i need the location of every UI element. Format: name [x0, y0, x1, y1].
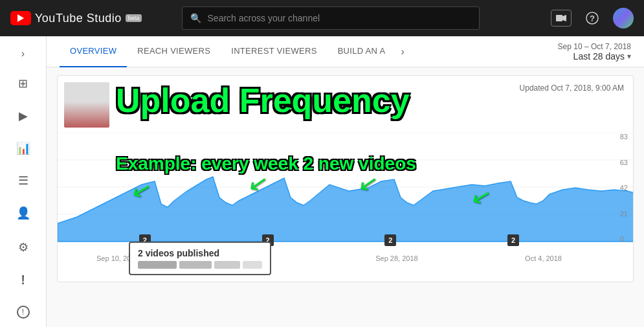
search-bar[interactable]: 🔍 [182, 6, 480, 30]
main-layout: › ⊞ ▶ 📊 ☰ 👤 ⚙ ! ! OVERVIEW [0, 36, 644, 327]
main-content: OVERVIEW REACH VIEWERS INTEREST VIEWERS … [47, 36, 644, 327]
tabs-row: OVERVIEW REACH VIEWERS INTEREST VIEWERS … [47, 36, 644, 67]
date-chevron-icon: ▾ [627, 52, 631, 61]
chart-overlay-title: Upload Frequency [116, 82, 410, 119]
tab-overview[interactable]: OVERVIEW [60, 36, 127, 67]
marker-3: 2 [384, 234, 396, 246]
subtitles-icon: 👤 [16, 206, 30, 220]
dashboard-icon: ⊞ [18, 76, 28, 91]
search-input[interactable] [208, 13, 471, 23]
tab-interest[interactable]: INTEREST VIEWERS [221, 36, 327, 67]
tooltip-bar-1 [138, 261, 177, 269]
tooltip-title: 2 videos published [138, 248, 262, 258]
y-axis: 0 21 42 63 83 [620, 133, 628, 243]
help-button[interactable]: ? [582, 8, 603, 28]
marker-4: 2 [507, 234, 519, 246]
sidebar-toggle[interactable]: › [5, 41, 41, 66]
feedback-icon: ! [21, 273, 25, 288]
user-avatar[interactable] [613, 8, 634, 28]
tooltip-bar-4 [243, 261, 262, 269]
tabs-chevron-right[interactable]: › [395, 36, 409, 67]
tab-reach[interactable]: REACH VIEWERS [127, 36, 221, 67]
search-icon: 🔍 [190, 13, 201, 23]
date-label: Last 28 days ▾ [573, 51, 631, 62]
svg-text:?: ? [590, 14, 595, 23]
beta-badge: beta [126, 14, 142, 22]
sidebar-item-subtitles[interactable]: 👤 [5, 198, 41, 228]
sidebar-item-analytics[interactable]: 📊 [5, 133, 41, 163]
tooltip: 2 videos published [129, 242, 271, 275]
video-thumbnail [64, 82, 109, 128]
sidebar-item-dashboard[interactable]: ⊞ [5, 69, 41, 98]
svg-rect-0 [556, 15, 562, 21]
sidebar-item-content[interactable]: ▶ [5, 101, 41, 131]
tooltip-bar-3 [214, 261, 240, 269]
tab-build[interactable]: BUILD AN A [328, 36, 396, 67]
sidebar-item-settings[interactable]: ⚙ [5, 232, 41, 262]
svg-marker-1 [562, 15, 566, 21]
nav-right: ? [551, 8, 634, 28]
analytics-icon: 📊 [16, 141, 30, 155]
settings-icon: ⚙ [18, 240, 28, 254]
date-range: Sep 10 – Oct 7, 2018 [558, 42, 631, 51]
comments-icon: ☰ [18, 174, 28, 188]
top-nav: YouTube Studio beta 🔍 ? [0, 0, 644, 36]
tooltip-bars [138, 261, 262, 269]
studio-label: YouTube Studio [35, 12, 122, 25]
create-video-button[interactable] [551, 10, 572, 27]
chart-area: Upload Frequency Example: every week 2 n… [57, 75, 634, 282]
sidebar: › ⊞ ▶ 📊 ☰ 👤 ⚙ ! ! [0, 36, 47, 327]
content-icon: ▶ [19, 109, 28, 123]
yt-icon [10, 11, 31, 25]
sidebar-item-help[interactable]: ! [5, 297, 41, 327]
updated-text: Updated Oct 7, 2018, 9:00 AM [520, 84, 624, 93]
tooltip-bar-2 [179, 261, 212, 269]
youtube-logo[interactable]: YouTube Studio beta [10, 11, 142, 25]
help-sidebar-icon: ! [17, 306, 30, 319]
sidebar-item-comments[interactable]: ☰ [5, 166, 41, 196]
date-picker[interactable]: Sep 10 – Oct 7, 2018 Last 28 days ▾ [558, 42, 631, 62]
sidebar-item-feedback[interactable]: ! [5, 265, 41, 295]
